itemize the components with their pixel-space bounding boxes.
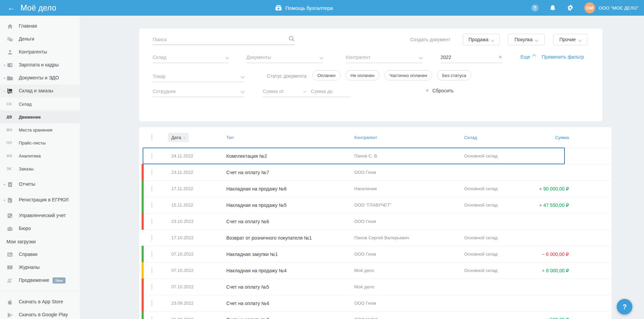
row-checkbox[interactable] [152,218,152,225]
sidebar-subitem-dvizhenie[interactable]: ДВ Движение [0,110,80,123]
sum-from-input[interactable] [263,89,299,97]
year-field: × [441,51,502,63]
cell-date: 07.10.2022 [171,284,226,289]
sidebar-item-payroll[interactable]: + Зарплата и кадры [0,59,80,72]
create-other-button[interactable]: Прочие [553,34,587,45]
search-input[interactable] [153,36,288,45]
table-row[interactable]: 23.10.2022 Счет на оплату №6 ООО Гном [139,213,612,230]
cell-counterparty: ООО Гном [354,219,464,224]
column-header-counterparty[interactable]: Контрагент [354,135,464,140]
chevron-down-icon [225,55,229,59]
sidebar-item-bureau[interactable]: Бюро [0,222,80,235]
product-select[interactable]: Товар [153,71,244,82]
cell-date: 17.10.2022 [171,235,226,240]
warehouse-select[interactable]: Склад [153,51,229,63]
select-all-checkbox[interactable] [152,134,152,140]
expand-plus-icon[interactable]: + [3,198,6,203]
sidebar-item-home[interactable]: Главная [0,20,80,33]
counterparty-select[interactable]: Контрагент [346,51,422,63]
sidebar-subitem-analytics[interactable]: АН Аналитика [0,149,80,162]
sidebar-item-money[interactable]: ₽ Деньги [0,33,80,46]
reset-filters-button[interactable]: × Сбросить [426,87,454,94]
create-sale-button[interactable]: Продажа [463,34,500,45]
table-row[interactable]: 21.09.2022 Счет на оплату №3 ООО "АСЧ" +… [139,312,612,319]
table-row[interactable]: 23.11.2022 Счет на оплату №7 ООО Гном [139,164,612,181]
sidebar-item-google-play[interactable]: Скачать в Google Play [0,308,80,319]
avatar[interactable]: ОМ [584,2,595,13]
sidebar-subitem-sklad[interactable]: СК Склад [0,97,80,110]
expand-plus-icon[interactable]: + [3,76,6,81]
sidebar-subitem-orders[interactable]: ЗК Заказы [0,162,80,175]
row-checkbox[interactable] [152,300,152,306]
gear-icon[interactable] [567,4,574,12]
clear-year-icon[interactable]: × [499,54,502,63]
row-checkbox[interactable] [152,234,152,241]
row-checkbox[interactable] [152,284,152,290]
table-row[interactable]: 24.11.2022 Комплектация №2 Панов С. В. О… [139,148,612,164]
year-input[interactable] [441,55,475,63]
documents-select[interactable]: Документы [246,51,323,63]
sidebar-subitem-mesta-hraneniya[interactable]: МХ Места хранения [0,123,80,136]
table-row[interactable]: 23.09.2022 Счет на оплату №4 ООО Гном [139,295,612,312]
column-header-warehouse[interactable]: Склад [464,135,521,140]
cell-counterparty: Панов С. В. [354,153,464,158]
sidebar-item-my-downloads[interactable]: Мои загрузки [0,235,80,248]
card-icon [7,252,13,258]
chip-paid[interactable]: Оплачен [312,70,341,80]
sidebar-item-warehouse-orders[interactable]: − Склад и заказы [0,85,80,97]
help-icon[interactable]: ? [531,4,539,12]
back-arrow-icon[interactable]: ← [5,4,18,12]
chip-not-paid[interactable]: Не оплачен [345,70,380,80]
sidebar-item-spravki[interactable]: Справки [0,248,80,261]
cell-counterparty: Моё дело [354,284,464,289]
row-checkbox[interactable] [152,169,152,176]
table-row[interactable]: 17.11.2022 Накладная на продажу №6 Насел… [139,181,612,197]
row-checkbox[interactable] [152,267,152,274]
more-filters-link[interactable]: Еще [520,54,535,60]
cell-date: 15.11.2022 [171,202,226,208]
row-checkbox[interactable] [152,185,152,192]
sidebar-item-reports[interactable]: + Отчеты [0,178,80,191]
table-row[interactable]: 15.11.2022 Накладная на продажу №5 ООО "… [139,197,612,213]
chip-no-status[interactable]: Без статуса [437,70,471,80]
cell-sum: + 47 550,00 ₽ [521,202,569,208]
chart-icon [7,277,13,284]
sidebar-subitem-price-lists[interactable]: ПЛ Прайс-листы [0,136,80,149]
sum-to-input[interactable] [311,89,347,97]
expand-plus-icon[interactable]: + [3,182,6,187]
column-header-sum[interactable]: Сумма [521,135,569,140]
row-checkbox[interactable] [152,202,152,208]
sidebar-item-documents-edo[interactable]: + Документы и ЭДО [0,72,80,85]
table-row[interactable]: 07.10.2022 Счет на оплату №5 Моё дело [139,279,612,295]
folder-icon [7,75,13,81]
table-row[interactable]: 07.10.2022 Накладная закупки №1 ООО Гном… [139,246,612,262]
sidebar-item-egrul-registration[interactable]: + Регистрация в ЕГРЮЛ [0,191,80,209]
chip-partially-paid[interactable]: Частично оплачен [384,70,432,80]
table-row[interactable]: 07.10.2022 Накладная на продажу №4 Моё д… [139,262,612,279]
company-name[interactable]: ООО "МОЕ ДЕЛО" [599,5,639,11]
apply-filter-link[interactable]: Применить фильтр [542,54,584,60]
sort-by-date-button[interactable]: Дата ↓ [168,133,189,142]
collapse-minus-icon[interactable]: − [3,89,6,94]
help-fab-button[interactable]: ? [617,299,632,315]
sidebar-item-prodvizhenie[interactable]: Продвижение New [0,274,80,287]
expand-plus-icon[interactable]: + [3,63,6,68]
sidebar-item-counterparties[interactable]: Контрагенты [0,46,80,59]
accountant-help-link[interactable]: Помощь бухгалтера [275,4,333,11]
sidebar-item-app-store[interactable]: Скачать в App Store [0,295,80,308]
sidebar-item-management-accounting[interactable]: ₽ Управленческий учет [0,209,80,222]
create-purchase-button[interactable]: Покупка [508,34,545,45]
bell-icon[interactable] [549,4,556,12]
app-logo[interactable]: Моё дело [20,3,56,13]
row-checkbox[interactable] [152,316,152,319]
table-row[interactable]: 17.10.2022 Возврат от розничного покупат… [139,230,612,246]
employee-select[interactable]: Сотрудник [153,86,244,97]
sidebar-item-zhurnaly[interactable]: Журналы [0,261,80,274]
row-checkbox[interactable] [152,153,152,159]
create-document-label: Создать документ [410,37,450,42]
home-icon [7,23,13,29]
column-header-type[interactable]: Тип [226,135,354,140]
row-checkbox[interactable] [152,251,152,257]
table-header: Дата ↓ Тип Контрагент Склад Сумма [139,127,612,148]
search-icon[interactable] [288,35,295,45]
